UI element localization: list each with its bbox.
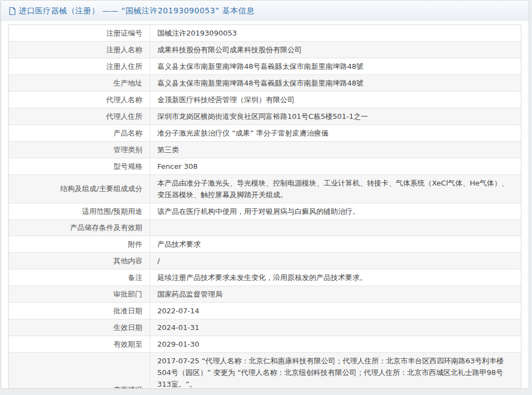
- row-label: 其他内容: [9, 253, 150, 269]
- row-value: 2022-07-14: [150, 303, 521, 319]
- table-row: 审批部门国家药品监督管理局: [9, 286, 521, 303]
- row-label: 产品储存条件及有效期: [9, 220, 150, 236]
- row-value: 2029-01-30: [150, 336, 521, 352]
- table-row: 管理类别第三类: [9, 142, 521, 158]
- row-label: 代理人住所: [9, 108, 150, 124]
- row-label: 生效日期: [9, 319, 150, 336]
- table-row: 产品名称准分子激光皮肤治疗仪 “成果” 準分子雷射皮膚治療儀: [9, 125, 521, 142]
- row-label: 生产地址: [9, 75, 150, 91]
- row-value: 嘉义县太保市南新里南埤路48号嘉義縣太保市南新里南埤路48號: [150, 58, 521, 74]
- info-panel: 进口医疗器械（注册） —— “国械注许20193090053” 基本信息 注册证…: [1, 0, 529, 389]
- row-value: Fencer 308: [150, 158, 521, 174]
- table-row: 其他内容/: [9, 253, 521, 269]
- row-label: 注册人住所: [9, 58, 150, 74]
- row-label: 代理人名称: [9, 92, 150, 108]
- row-value: 本产品由准分子激光头、导光模块、控制电源模块、工业计算机、转接卡、气体系统（Xe…: [150, 175, 521, 203]
- document-icon: [8, 7, 16, 16]
- row-value: 2017-07-25 “代理人名称：北京仁和惠康科技有限公司；代理人住所：北京市…: [150, 353, 521, 389]
- table-row: 备注延续注册产品技术要求未发生变化，沿用原核发的产品技术要求。: [9, 269, 521, 286]
- row-value: 国家药品监督管理局: [150, 286, 521, 302]
- table-row: 注册证编号国械注许20193090053: [9, 25, 521, 42]
- table-row: 变更情况2017-07-25 “代理人名称：北京仁和惠康科技有限公司；代理人住所…: [9, 353, 521, 389]
- row-value: 2024-01-31: [150, 319, 521, 336]
- table-row: 附件产品技术要求: [9, 236, 521, 253]
- row-value: 国械注许20193090053: [150, 25, 521, 41]
- row-label: 变更情况: [9, 353, 150, 389]
- table-row: 注册人住所嘉义县太保市南新里南埤路48号嘉義縣太保市南新里南埤路48號: [9, 58, 521, 75]
- row-value: 准分子激光皮肤治疗仪 “成果” 準分子雷射皮膚治療儀: [150, 125, 521, 141]
- table-row: 结构及组成/主要组成成分本产品由准分子激光头、导光模块、控制电源模块、工业计算机…: [9, 175, 521, 203]
- row-label: 管理类别: [9, 142, 150, 158]
- row-label: 结构及组成/主要组成成分: [9, 175, 150, 203]
- table-row: 批准日期2022-07-14: [9, 303, 521, 319]
- row-label: 备注: [9, 269, 150, 286]
- page-title: 进口医疗器械（注册） —— “国械注许20193090053” 基本信息: [19, 6, 255, 16]
- change-record-paragraph: 2017-07-25 “代理人名称：北京仁和惠康科技有限公司；代理人住所：北京市…: [157, 355, 514, 389]
- registration-table: 注册证编号国械注许20193090053注册人名称成果科技股份有限公司成果科技股…: [8, 24, 521, 389]
- table-row: 代理人名称金顶新医疗科技经营管理（深圳）有限公司: [9, 92, 521, 108]
- row-label: 批准日期: [9, 303, 150, 319]
- row-label: 注册人名称: [9, 42, 150, 58]
- row-value: /: [150, 253, 521, 269]
- row-value: 成果科技股份有限公司成果科技股份有限公司: [150, 42, 521, 58]
- table-row: 生效日期2024-01-31: [9, 319, 521, 336]
- table-row: 注册人名称成果科技股份有限公司成果科技股份有限公司: [9, 42, 521, 58]
- table-row: 产品储存条件及有效期: [9, 220, 521, 236]
- table-row: 型号规格Fencer 308: [9, 158, 521, 175]
- row-value: 第三类: [150, 142, 521, 158]
- row-label: 审批部门: [9, 286, 150, 302]
- row-label: 附件: [9, 236, 150, 252]
- row-value: 延续注册产品技术要求未发生变化，沿用原核发的产品技术要求。: [150, 269, 521, 286]
- row-label: 产品名称: [9, 125, 150, 141]
- row-label: 注册证编号: [9, 25, 150, 41]
- row-value: 金顶新医疗科技经营管理（深圳）有限公司: [150, 92, 521, 108]
- row-value: 深圳市龙岗区横岗街道安良社区同富裕路101号C栋5楼501-1之一: [150, 108, 521, 124]
- table-row: 生产地址嘉义县太保市南新里南埤路48号嘉義縣太保市南新里南埤路48號: [9, 75, 521, 92]
- row-value: [150, 220, 521, 236]
- row-value: 该产品在医疗机构中使用，用于对银屑病与白癜风的辅助治疗。: [150, 203, 521, 219]
- table-row: 有效期至2029-01-30: [9, 336, 521, 353]
- row-label: 型号规格: [9, 158, 150, 174]
- table-row: 适用范围/预期用途该产品在医疗机构中使用，用于对银屑病与白癜风的辅助治疗。: [9, 203, 521, 220]
- row-label: 有效期至: [9, 336, 150, 352]
- row-value: 嘉义县太保市南新里南埤路48号嘉義縣太保市南新里南埤路48號: [150, 75, 521, 91]
- table-row: 代理人住所深圳市龙岗区横岗街道安良社区同富裕路101号C栋5楼501-1之一: [9, 108, 521, 125]
- row-label: 适用范围/预期用途: [9, 203, 150, 219]
- page-header: 进口医疗器械（注册） —— “国械注许20193090053” 基本信息: [1, 1, 529, 21]
- row-value: 产品技术要求: [150, 236, 521, 252]
